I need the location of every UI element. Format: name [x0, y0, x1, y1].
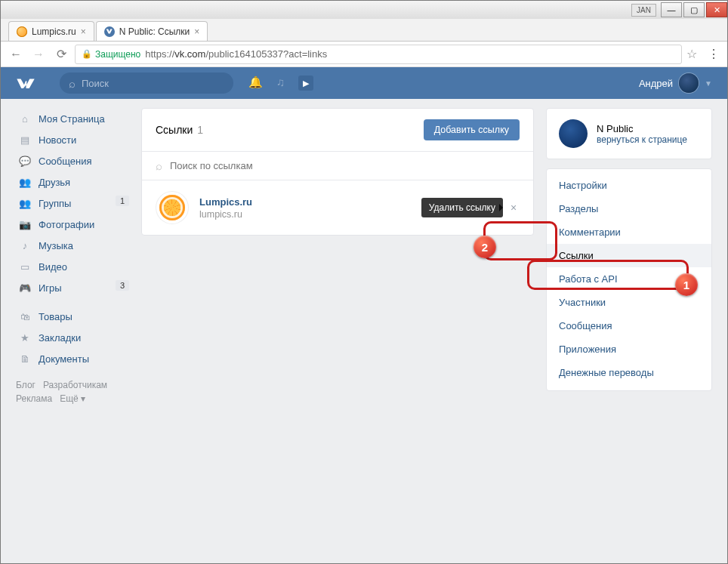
music-icon[interactable]: ♫	[276, 76, 285, 91]
sidebar-item-groups[interactable]: 👥Группы1	[16, 193, 129, 214]
close-tab-icon[interactable]: ×	[81, 26, 86, 37]
vk-top-bar: Поиск 🔔 ♫ ▶ Андрей ▼	[1, 67, 727, 99]
settings-menu-item[interactable]: Комментарии	[547, 220, 711, 244]
group-title: N Public	[597, 123, 687, 134]
url-proto: https://	[145, 48, 174, 60]
groups-icon: 👥	[19, 197, 31, 209]
settings-menu-item[interactable]: Сообщения	[547, 314, 711, 337]
browser-tab-strip: Lumpics.ru × N Public: Ссылки ×	[1, 19, 727, 42]
footer-link[interactable]: Разработчикам	[43, 380, 107, 390]
links-search[interactable]	[142, 152, 533, 180]
sidebar-item-label: Друзья	[39, 177, 70, 188]
reload-button[interactable]: ⟳	[52, 45, 70, 63]
sidebar-item-label: Видео	[39, 261, 67, 273]
maximize-button[interactable]	[683, 2, 705, 17]
jan-button[interactable]: JAN	[631, 4, 656, 17]
links-card: Ссылки 1 Добавить ссылку Lumpics.ru lump…	[141, 108, 534, 236]
games-icon: 🎮	[19, 282, 31, 294]
avatar	[679, 73, 699, 93]
back-button[interactable]: ←	[7, 45, 25, 63]
sidebar-item-label: Фотографии	[39, 219, 94, 230]
browser-menu-icon[interactable]: ⋮	[706, 47, 721, 61]
sidebar-item-label: Закладки	[39, 332, 81, 344]
link-logo	[156, 191, 189, 224]
vk-user-menu[interactable]: Андрей ▼	[639, 73, 712, 93]
group-avatar	[559, 119, 588, 148]
link-row[interactable]: Lumpics.ru lumpics.ru Удалить ссылку ×	[142, 180, 533, 235]
left-sidebar: ⌂Моя Страница▤Новости💬Сообщения👥Друзья👥Г…	[16, 108, 129, 548]
sidebar-footer: БлогРазработчикамРекламаЕщё ▾	[16, 380, 129, 404]
bookmarks-icon: ★	[19, 331, 31, 344]
sidebar-item-bookmarks[interactable]: ★Закладки	[16, 327, 129, 348]
tab-lumpics[interactable]: Lumpics.ru ×	[8, 21, 94, 41]
sidebar-item-friends[interactable]: 👥Друзья	[16, 171, 129, 193]
photos-icon: 📷	[19, 218, 31, 230]
link-name[interactable]: Lumpics.ru	[199, 196, 252, 208]
sidebar-item-label: Товары	[39, 311, 72, 322]
friends-icon: 👥	[19, 176, 31, 188]
links-count: 1	[197, 124, 203, 136]
vk-logo-icon[interactable]	[16, 76, 39, 91]
sidebar-item-label: Документы	[39, 353, 89, 365]
username-label: Андрей	[639, 78, 673, 89]
window-titlebar: JAN	[1, 1, 727, 19]
browser-address-bar: ← → ⟳ Защищено https://vk.com/public1641…	[1, 42, 727, 67]
docs-icon: 🗎	[19, 353, 31, 365]
settings-menu-item[interactable]: Разделы	[547, 197, 711, 220]
tab-vk-links[interactable]: N Public: Ссылки ×	[96, 21, 208, 41]
sidebar-item-games[interactable]: 🎮Игры3	[16, 277, 129, 298]
bell-icon[interactable]: 🔔	[248, 76, 263, 91]
url-input[interactable]: Защищено https://vk.com/public164105337?…	[75, 45, 682, 64]
vk-search-input[interactable]: Поиск	[60, 72, 233, 94]
link-url: lumpics.ru	[199, 209, 252, 220]
delete-link-button[interactable]: ×	[507, 202, 520, 214]
url-path: /public164105337?act=links	[205, 48, 327, 60]
links-search-input[interactable]	[170, 160, 520, 171]
sidebar-item-market[interactable]: 🛍Товары	[16, 306, 129, 327]
sidebar-item-label: Сообщения	[39, 156, 92, 167]
lock-icon: Защищено	[82, 49, 140, 60]
footer-link[interactable]: Блог	[16, 380, 35, 390]
sidebar-item-label: Группы	[39, 198, 71, 209]
sidebar-item-photos[interactable]: 📷Фотографии	[16, 214, 129, 235]
sidebar-item-music[interactable]: ♪Музыка	[16, 235, 129, 256]
group-header-card: N Public вернуться к странице	[546, 108, 712, 159]
close-tab-icon[interactable]: ×	[194, 26, 199, 37]
sidebar-item-news[interactable]: ▤Новости	[16, 129, 129, 150]
tab-label: Lumpics.ru	[32, 26, 76, 37]
url-host: vk.com	[174, 48, 205, 60]
sidebar-item-home[interactable]: ⌂Моя Страница	[16, 108, 129, 129]
settings-menu-item[interactable]: Ссылки	[547, 244, 711, 267]
sidebar-item-label: Игры	[39, 282, 62, 294]
news-icon: ▤	[19, 134, 31, 146]
settings-menu-item[interactable]: Настройки	[547, 174, 711, 197]
forward-button[interactable]: →	[29, 45, 48, 63]
sidebar-badge: 1	[116, 196, 129, 206]
annotation-badge-1: 1	[675, 273, 698, 296]
sidebar-item-video[interactable]: ▭Видео	[16, 256, 129, 277]
return-to-page-link[interactable]: вернуться к странице	[597, 134, 687, 145]
footer-link[interactable]: Реклама	[16, 393, 52, 404]
settings-menu-item[interactable]: Приложения	[547, 337, 711, 361]
bookmark-star-icon[interactable]: ☆	[686, 47, 702, 61]
add-link-button[interactable]: Добавить ссылку	[424, 119, 520, 140]
sidebar-item-label: Новости	[39, 134, 76, 146]
home-icon: ⌂	[19, 112, 31, 125]
minimize-button[interactable]	[661, 2, 682, 17]
settings-menu-item[interactable]: Денежные переводы	[547, 361, 711, 384]
orange-favicon-icon	[17, 26, 27, 37]
tab-label: N Public: Ссылки	[119, 26, 190, 37]
market-icon: 🛍	[19, 310, 31, 322]
delete-link-tooltip: Удалить ссылку	[421, 198, 503, 217]
close-window-button[interactable]	[706, 2, 727, 17]
sidebar-item-messages[interactable]: 💬Сообщения	[16, 150, 129, 171]
play-icon[interactable]: ▶	[298, 76, 313, 91]
vk-favicon-icon	[104, 26, 115, 37]
orange-slice-icon	[159, 195, 185, 220]
footer-link[interactable]: Ещё ▾	[60, 393, 85, 404]
messages-icon: 💬	[19, 155, 31, 167]
sidebar-item-label: Моя Страница	[39, 113, 105, 125]
sidebar-item-docs[interactable]: 🗎Документы	[16, 348, 129, 369]
sidebar-item-label: Музыка	[39, 240, 73, 251]
video-icon: ▭	[19, 260, 31, 273]
